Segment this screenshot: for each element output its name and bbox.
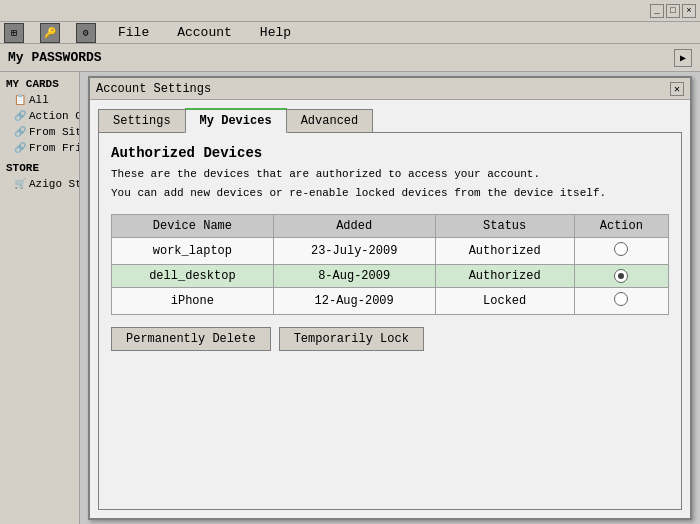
section-title: Authorized Devices bbox=[111, 145, 669, 161]
permanently-delete-button[interactable]: Permanently Delete bbox=[111, 327, 271, 351]
action-buttons: Permanently Delete Temporarily Lock bbox=[111, 327, 669, 351]
link-icon-1: 🔗 bbox=[14, 110, 26, 122]
device-added-3: 12-Aug-2009 bbox=[273, 287, 435, 314]
menu-account[interactable]: Account bbox=[171, 23, 238, 42]
app-title-bar: My PASSWORDS ▶ bbox=[0, 44, 700, 72]
tab-advanced[interactable]: Advanced bbox=[286, 109, 374, 133]
radio-3[interactable] bbox=[614, 292, 628, 306]
menu-help[interactable]: Help bbox=[254, 23, 297, 42]
sidebar-item-azigo[interactable]: 🛒 Azigo St bbox=[0, 176, 79, 192]
dialog-close-button[interactable]: ✕ bbox=[670, 82, 684, 96]
tab-my-devices[interactable]: My Devices bbox=[185, 108, 287, 133]
dialog-title: Account Settings bbox=[96, 82, 211, 96]
dialog-content: Settings My Devices Advanced Authorized … bbox=[90, 100, 690, 518]
sidebar-store-header: STORE bbox=[0, 160, 79, 176]
device-name-2: dell_desktop bbox=[112, 264, 274, 287]
section-desc-line2: You can add new devices or re-enable loc… bbox=[111, 186, 669, 201]
tab-content-my-devices: Authorized Devices These are the devices… bbox=[98, 132, 682, 510]
col-added: Added bbox=[273, 214, 435, 237]
col-status: Status bbox=[435, 214, 574, 237]
tabs: Settings My Devices Advanced bbox=[98, 108, 682, 133]
table-row: work_laptop 23-July-2009 Authorized bbox=[112, 237, 669, 264]
device-status-2: Authorized bbox=[435, 264, 574, 287]
section-desc-line1: These are the devices that are authorize… bbox=[111, 167, 669, 182]
link-icon-2: 🔗 bbox=[14, 126, 26, 138]
app-icon-1: ⊞ bbox=[4, 23, 24, 43]
col-action: Action bbox=[574, 214, 668, 237]
window-controls[interactable]: _ □ × bbox=[650, 4, 696, 18]
device-action-2[interactable] bbox=[574, 264, 668, 287]
app-title: My PASSWORDS bbox=[8, 50, 102, 65]
main-layout: MY CARDS 📋 All 🔗 Action Co 🔗 From Sit 🔗 … bbox=[0, 72, 700, 524]
device-action-1[interactable] bbox=[574, 237, 668, 264]
device-action-3[interactable] bbox=[574, 287, 668, 314]
sidebar-my-cards-header: MY CARDS bbox=[0, 76, 79, 92]
list-icon: 📋 bbox=[14, 94, 26, 106]
device-status-3: Locked bbox=[435, 287, 574, 314]
radio-2[interactable] bbox=[614, 269, 628, 283]
sidebar-item-from-sit[interactable]: 🔗 From Sit bbox=[0, 124, 79, 140]
minimize-button[interactable]: _ bbox=[650, 4, 664, 18]
col-device-name: Device Name bbox=[112, 214, 274, 237]
sidebar-my-cards-section: MY CARDS 📋 All 🔗 Action Co 🔗 From Sit 🔗 … bbox=[0, 76, 79, 156]
menu-bar: ⊞ 🔑 ⚙ File Account Help bbox=[0, 22, 700, 44]
table-row: iPhone 12-Aug-2009 Locked bbox=[112, 287, 669, 314]
sidebar-item-from-fri[interactable]: 🔗 From Fri bbox=[0, 140, 79, 156]
table-row: dell_desktop 8-Aug-2009 Authorized bbox=[112, 264, 669, 287]
temporarily-lock-button[interactable]: Temporarily Lock bbox=[279, 327, 424, 351]
device-name-1: work_laptop bbox=[112, 237, 274, 264]
dialog-title-bar: Account Settings ✕ bbox=[90, 78, 690, 100]
expand-icon[interactable]: ▶ bbox=[674, 49, 692, 67]
sidebar: MY CARDS 📋 All 🔗 Action Co 🔗 From Sit 🔗 … bbox=[0, 72, 80, 524]
radio-1[interactable] bbox=[614, 242, 628, 256]
device-added-2: 8-Aug-2009 bbox=[273, 264, 435, 287]
device-name-3: iPhone bbox=[112, 287, 274, 314]
account-settings-dialog: Account Settings ✕ Settings My Devices A… bbox=[88, 76, 692, 520]
app-icon-2: 🔑 bbox=[40, 23, 60, 43]
close-button[interactable]: × bbox=[682, 4, 696, 18]
title-bar: _ □ × bbox=[0, 0, 700, 22]
tab-settings[interactable]: Settings bbox=[98, 109, 186, 133]
device-status-1: Authorized bbox=[435, 237, 574, 264]
sidebar-store-section: STORE 🛒 Azigo St bbox=[0, 160, 79, 192]
main-content: Account Settings ✕ Settings My Devices A… bbox=[80, 72, 700, 524]
devices-table: Device Name Added Status Action work_lap… bbox=[111, 214, 669, 315]
store-icon: 🛒 bbox=[14, 178, 26, 190]
link-icon-3: 🔗 bbox=[14, 142, 26, 154]
menu-file[interactable]: File bbox=[112, 23, 155, 42]
sidebar-item-action-co[interactable]: 🔗 Action Co bbox=[0, 108, 79, 124]
app-icon-3: ⚙ bbox=[76, 23, 96, 43]
maximize-button[interactable]: □ bbox=[666, 4, 680, 18]
device-added-1: 23-July-2009 bbox=[273, 237, 435, 264]
sidebar-item-all[interactable]: 📋 All bbox=[0, 92, 79, 108]
